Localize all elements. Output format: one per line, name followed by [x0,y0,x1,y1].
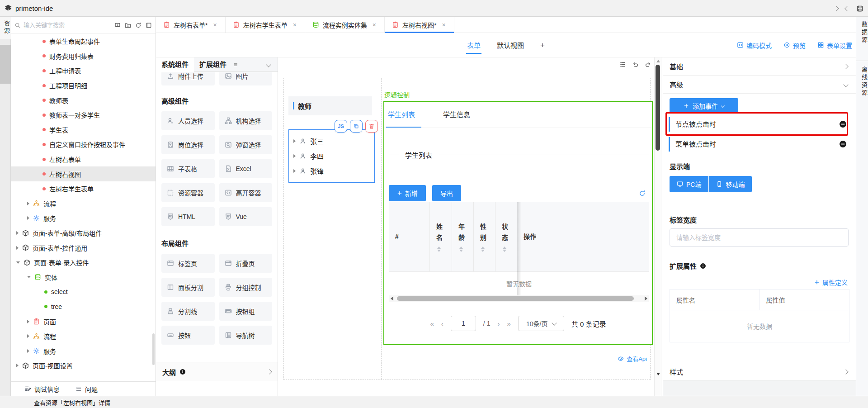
search-input[interactable] [24,22,114,28]
component-org-select[interactable]: 机构选择 [219,111,273,130]
tree-item[interactable]: 工程项目明细 [11,78,156,93]
scrollbar-thumb[interactable] [656,65,660,151]
component-vue[interactable]: Vue [219,207,273,226]
issues-tab[interactable]: 问题 [75,384,98,394]
section-advanced[interactable]: 高级 [663,76,856,94]
caret-right-icon[interactable] [293,154,296,158]
caret-down-icon[interactable] [16,261,20,264]
tree-scrollbar[interactable] [152,333,155,365]
add-event-button[interactable]: 添加事件 [670,98,738,113]
component-button-group[interactable]: 按钮组 [219,302,273,321]
sort-icons[interactable] [437,247,441,252]
column-actions[interactable]: 操作 [517,202,649,271]
redo-icon[interactable] [645,61,651,68]
tree-group-package[interactable]: 页面-表单-控件通用 [11,240,156,255]
event-node-clicked[interactable]: 节点被点击时 [663,115,856,134]
component-panel-split[interactable]: 面板分割 [161,278,215,297]
add-folder-icon[interactable] [125,22,131,28]
js-event-button[interactable]: JS [335,120,347,133]
remove-event-icon[interactable] [839,120,847,128]
last-page-button[interactable]: » [507,320,510,327]
offline-resource-strip-tab[interactable]: 离线资源 [856,62,868,97]
add-row-button[interactable]: 新增 [389,185,426,201]
column-status[interactable]: 状态 [495,202,517,271]
teacher-node[interactable]: 张三 [289,133,374,148]
tree-item[interactable]: 表单生命周起事件 [11,34,156,49]
tree-item[interactable]: select [11,285,156,299]
close-icon[interactable]: × [442,21,445,28]
component-divider-line[interactable]: 分割线 [161,302,215,321]
nav-back-icon[interactable] [834,6,839,11]
preview-button[interactable]: 预览 [783,41,806,50]
form-view-tab[interactable]: 表单 [467,40,481,50]
component-post-select[interactable]: 岗位选择 [161,135,215,154]
component-button[interactable]: 按钮 [161,326,215,345]
default-view-tab[interactable]: 默认视图 [497,40,524,50]
caret-right-icon[interactable] [16,246,19,250]
horizontal-scrollbar[interactable] [389,295,649,302]
caret-right-icon[interactable] [16,364,19,367]
tab-form2[interactable]: 左树右学生表单× [226,17,305,33]
tree-item[interactable]: tree [11,299,156,314]
tree-group-flow[interactable]: 流程 [11,329,156,344]
tab-extension-components[interactable]: 扩展组件 [194,57,232,72]
caret-right-icon[interactable] [293,169,296,173]
prev-page-button[interactable]: ‹ [441,320,443,327]
column-index[interactable]: # [389,202,430,271]
tree-group-entity[interactable]: 实体 [11,270,156,285]
caret-right-icon[interactable] [27,334,29,338]
outline-bar[interactable]: 大纲 [156,362,278,381]
event-menu-clicked[interactable]: 菜单被点击时 [663,135,856,154]
component-html[interactable]: HTML [161,207,215,226]
tree-item-selected[interactable]: 左树右视图 [11,166,156,181]
tree-item[interactable]: 教师表一对多学生 [11,108,156,123]
caret-down-icon[interactable] [27,276,31,278]
palette-menu-icon[interactable] [233,62,238,67]
tree-item[interactable]: 左树右学生表单 [11,181,156,196]
form-settings-button[interactable]: 表单设置 [817,41,852,50]
component-popup-select[interactable]: 弹窗选择 [219,135,273,154]
add-view-button[interactable]: + [540,41,545,50]
scroll-left-arrow[interactable] [391,296,393,301]
tree-item[interactable]: 自定义窗口操作按钮及事件 [11,137,156,152]
tree-group-package-expanded[interactable]: 页面-表单-录入控件 [11,255,156,270]
scrollbar-thumb[interactable] [397,296,634,301]
component-attachment-upload[interactable]: 附件上传 [161,72,215,85]
nav-forward-icon[interactable] [844,6,849,11]
collapse-palette-icon[interactable] [266,62,271,67]
refresh-grid-icon[interactable] [639,190,646,197]
label-width-input[interactable] [670,228,849,247]
component-image[interactable]: 图片 [219,72,273,85]
component-nav-tree[interactable]: 导航树 [219,326,273,345]
sort-icons[interactable] [459,247,463,252]
copy-component-button[interactable] [350,120,363,133]
scroll-down-arrow[interactable] [656,373,660,375]
section-style[interactable]: 样式 [663,363,856,380]
component-excel[interactable]: Excel [219,159,273,178]
caret-right-icon[interactable] [27,320,29,323]
scroll-right-arrow[interactable] [645,296,647,301]
tree-item[interactable]: 财务费用归集表 [11,49,156,64]
column-age[interactable]: 年龄 [452,202,474,271]
debug-info-tab[interactable]: 调试信息 [24,384,60,394]
caret-right-icon[interactable] [27,202,29,205]
component-tab-page[interactable]: 标签页 [161,254,215,273]
tree-group-flow[interactable]: 流程 [11,196,156,211]
sort-icons[interactable] [503,247,506,252]
form-root-container[interactable]: 教师 JS 张三 李四 张锋 逻辑控制 学生列表 学生信息 [283,78,651,380]
teacher-node[interactable]: 张锋 [289,163,374,178]
first-page-button[interactable]: « [430,320,434,327]
tab-student-info[interactable]: 学生信息 [443,102,470,128]
scroll-up-arrow[interactable] [656,60,660,62]
mobile-side-button[interactable]: 移动端 [709,176,752,192]
save-icon[interactable] [856,5,863,12]
close-icon[interactable]: × [293,21,297,28]
page-number-input[interactable] [451,316,476,331]
locate-resource-icon[interactable] [114,22,121,28]
refresh-tree-icon[interactable] [135,22,142,28]
view-api-link[interactable]: 查看Api [618,354,647,363]
tree-group-service[interactable]: 服务 [11,211,156,226]
tree-item[interactable]: 教师表 [11,93,156,108]
tree-item[interactable]: 左树右表单 [11,152,156,167]
teacher-node[interactable]: 李四 [289,148,374,163]
